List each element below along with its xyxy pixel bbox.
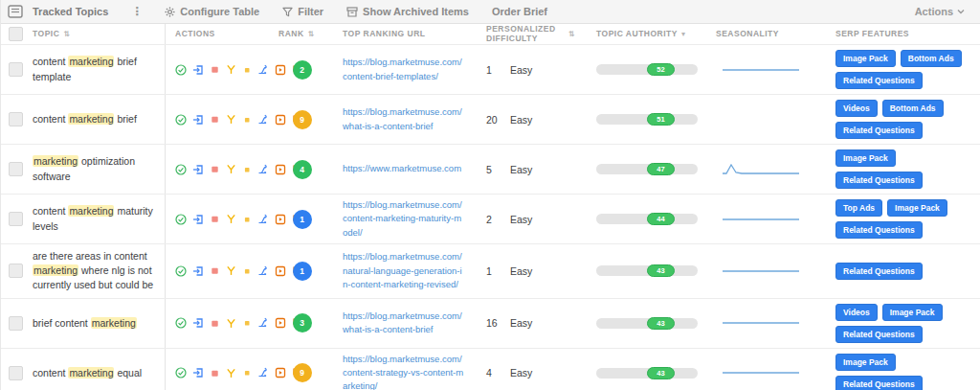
row-checkbox[interactable] <box>9 316 23 331</box>
row-checkbox[interactable] <box>9 212 23 226</box>
topic-link[interactable]: content marketing brief template <box>33 50 165 88</box>
difficulty-value: 20 <box>486 114 499 126</box>
panel-icon[interactable] <box>8 5 23 18</box>
column-header-rank[interactable]: Rank⇅ <box>276 30 328 39</box>
tag-square-icon[interactable] <box>210 318 220 329</box>
tag-square-icon[interactable] <box>210 64 220 75</box>
serp-feature-chip[interactable]: Related Questions <box>835 72 923 89</box>
row-checkbox[interactable] <box>9 162 23 176</box>
serp-feature-chip[interactable]: Videos <box>835 100 878 117</box>
filter-button[interactable]: Filter <box>274 0 332 24</box>
serp-feature-chip[interactable]: Videos <box>835 304 878 321</box>
top-ranking-url-link[interactable]: https://www.marketmuse.com <box>343 158 472 179</box>
actions-dropdown[interactable]: Actions <box>909 5 970 18</box>
row-checkbox[interactable] <box>9 112 23 126</box>
top-ranking-url-link[interactable]: https://blog.marketmuse.com/content-stra… <box>343 349 472 390</box>
serp-feature-chip[interactable]: Related Questions <box>835 172 923 189</box>
topic-authority-pill: 47 <box>647 163 675 175</box>
branch-icon[interactable] <box>257 265 269 277</box>
serp-feature-chip[interactable]: Top Ads <box>835 199 882 217</box>
select-all-checkbox[interactable] <box>9 27 23 41</box>
serp-feature-chip[interactable]: Image Pack <box>835 50 896 67</box>
funnel-icon[interactable] <box>226 265 236 276</box>
tag-square-icon[interactable] <box>210 164 220 174</box>
rank-badge: 1 <box>293 210 312 229</box>
row-checkbox[interactable] <box>9 264 23 278</box>
funnel-icon[interactable] <box>226 214 236 224</box>
check-circle-icon[interactable] <box>175 164 187 175</box>
serp-feature-chip[interactable]: Image Pack <box>882 304 943 321</box>
check-circle-icon[interactable] <box>175 265 187 277</box>
branch-icon[interactable] <box>257 367 269 379</box>
rank-badge: 3 <box>293 313 312 333</box>
topic-link[interactable]: content marketing equal <box>33 361 147 385</box>
check-circle-icon[interactable] <box>175 114 187 126</box>
branch-icon[interactable] <box>257 114 269 126</box>
export-box-icon[interactable] <box>192 114 204 126</box>
dot-square-icon[interactable] <box>242 65 252 75</box>
serp-feature-chip[interactable]: Bottom Ads <box>901 50 962 67</box>
dot-square-icon[interactable] <box>242 215 252 224</box>
dot-square-icon[interactable] <box>242 165 252 174</box>
branch-icon[interactable] <box>257 64 269 76</box>
funnel-icon[interactable] <box>226 164 236 174</box>
funnel-icon[interactable] <box>226 318 236 329</box>
tag-square-icon[interactable] <box>210 265 220 276</box>
export-box-icon[interactable] <box>192 214 204 225</box>
row-checkbox[interactable] <box>9 366 23 380</box>
dot-square-icon[interactable] <box>242 368 252 378</box>
export-box-icon[interactable] <box>192 164 204 175</box>
row-checkbox[interactable] <box>9 62 23 77</box>
serp-feature-chip[interactable]: Related Questions <box>835 376 923 390</box>
serp-feature-chip[interactable]: Image Pack <box>835 354 896 371</box>
serp-feature-chip[interactable]: Related Questions <box>835 122 923 139</box>
highlighted-term: marketing <box>68 113 114 125</box>
top-ranking-url-link[interactable]: https://blog.marketmuse.com/content-mark… <box>343 195 472 243</box>
branch-icon[interactable] <box>257 317 269 329</box>
serp-feature-chip[interactable]: Related Questions <box>835 326 923 343</box>
branch-icon[interactable] <box>257 164 269 175</box>
serp-feature-chip[interactable]: Image Pack <box>887 199 947 217</box>
topic-link[interactable]: content marketing maturity levels <box>33 199 165 238</box>
tag-square-icon[interactable] <box>210 114 220 125</box>
export-box-icon[interactable] <box>192 64 204 76</box>
check-circle-icon[interactable] <box>175 214 187 225</box>
rank-badge: 9 <box>293 363 312 382</box>
funnel-icon[interactable] <box>226 114 236 125</box>
topic-link[interactable]: content marketing brief <box>33 107 143 131</box>
configure-table-label: Configure Table <box>180 6 259 17</box>
kebab-menu-icon[interactable]: ⋮ <box>123 5 150 18</box>
serp-feature-chip[interactable]: Related Questions <box>835 221 923 239</box>
configure-table-button[interactable]: Configure Table <box>156 0 268 24</box>
show-archived-button[interactable]: Show Archived Items <box>338 0 478 24</box>
order-brief-button[interactable]: Order Brief <box>483 0 556 24</box>
serp-feature-chip[interactable]: Related Questions <box>835 263 923 280</box>
export-box-icon[interactable] <box>192 367 204 379</box>
top-ranking-url-link[interactable]: https://blog.marketmuse.com/content-brie… <box>343 52 472 87</box>
export-box-icon[interactable] <box>192 317 204 329</box>
top-ranking-url-link[interactable]: https://blog.marketmuse.com/natural-lang… <box>343 246 472 295</box>
dot-square-icon[interactable] <box>242 266 252 276</box>
rank-badge: 2 <box>293 60 312 80</box>
serp-feature-chip[interactable]: Image Pack <box>835 149 896 167</box>
topic-link[interactable]: brief content marketing <box>33 311 143 335</box>
check-circle-icon[interactable] <box>175 317 187 329</box>
top-ranking-url-link[interactable]: https://blog.marketmuse.com/what-is-a-co… <box>343 102 472 137</box>
column-header-topic[interactable]: Topic⇅ <box>30 24 166 44</box>
column-header-authority[interactable]: Topic Authority▾ <box>585 30 695 39</box>
funnel-icon[interactable] <box>226 64 236 75</box>
top-ranking-url-link[interactable]: https://blog.marketmuse.com/what-is-a-co… <box>343 306 472 341</box>
column-header-difficulty[interactable]: PersonalizedDifficulty⇅ <box>472 25 585 44</box>
branch-icon[interactable] <box>257 214 269 225</box>
tag-square-icon[interactable] <box>210 214 220 224</box>
export-box-icon[interactable] <box>192 265 204 277</box>
funnel-icon[interactable] <box>226 368 236 379</box>
dot-square-icon[interactable] <box>242 115 252 125</box>
dot-square-icon[interactable] <box>242 318 252 328</box>
check-circle-icon[interactable] <box>175 367 187 379</box>
serp-feature-chip[interactable]: Bottom Ads <box>882 100 944 117</box>
check-circle-icon[interactable] <box>175 64 187 76</box>
tag-square-icon[interactable] <box>210 368 220 379</box>
topic-link[interactable]: marketing optimization software <box>33 149 165 188</box>
topic-link[interactable]: are there areas in content marketing whe… <box>33 244 165 298</box>
